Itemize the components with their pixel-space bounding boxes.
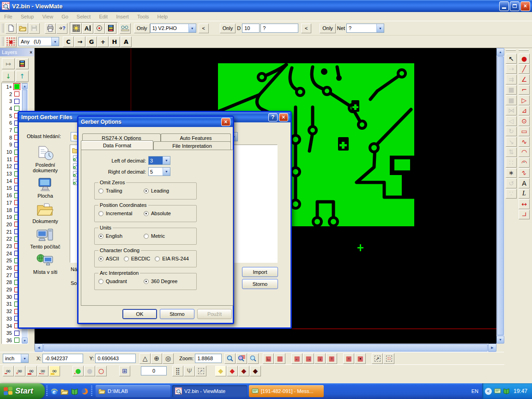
tray-chevron-icon[interactable]: < <box>485 388 492 395</box>
tab-data-format[interactable]: Data Format <box>81 140 153 150</box>
vertical-scrollbar[interactable]: ▲ ▼ <box>496 48 504 344</box>
measure-angle-icon[interactable]: △ <box>139 353 151 364</box>
cancel-button[interactable]: Storno <box>160 309 194 319</box>
tab-file-interpretation[interactable]: File Interpretation <box>153 141 231 150</box>
pan-left-icon[interactable]: ▦← <box>291 353 302 364</box>
layer-select-combo[interactable]: 1) V2.PHO ▼ <box>150 24 196 33</box>
scale-icon[interactable]: ↘ <box>506 137 517 147</box>
transfer-many-icon[interactable]: ⇉ <box>506 74 517 85</box>
radio-incremental[interactable]: Incremental <box>98 211 139 216</box>
window-resize-icon[interactable]: ↗ <box>372 353 383 364</box>
close-icon[interactable]: × <box>221 118 230 126</box>
view-dots-icon[interactable]: ∞•• <box>3 366 14 376</box>
horizontal-scrollbar[interactable]: ◀ ▶ <box>35 344 496 352</box>
layer-film-icon[interactable] <box>16 58 29 69</box>
radio-icon[interactable] <box>98 234 103 239</box>
scroll-up-icon[interactable]: ▲ <box>496 48 504 56</box>
toolbar-grip[interactable] <box>506 49 516 51</box>
draw-rect-icon[interactable]: ▭ <box>519 127 530 137</box>
task-mlab[interactable]: D:\MLAB <box>96 385 170 397</box>
view-lines-icon[interactable]: ∞≡ <box>14 366 25 376</box>
window-select-icon[interactable]: ∷ <box>383 353 394 364</box>
tray-messenger-icon[interactable] <box>494 387 503 395</box>
chevron-down-icon[interactable]: ▼ <box>21 354 28 363</box>
radio-icon[interactable] <box>98 279 103 284</box>
locate-icon[interactable]: ◎ <box>163 353 174 364</box>
zoom-window-icon[interactable] <box>248 353 259 364</box>
menu-insert[interactable]: Insert <box>112 13 133 20</box>
highlight-off-icon[interactable]: ● <box>84 366 95 376</box>
select-arrow-icon[interactable]: → <box>74 36 85 47</box>
toolbar-grip[interactable] <box>1 24 4 33</box>
radio-360-degree[interactable]: 360 Degree <box>144 278 178 284</box>
right-of-decimal-combo[interactable]: 5 ▼ <box>148 167 170 176</box>
array-icon[interactable]: ∷ <box>506 157 517 168</box>
layer-color-swatch[interactable] <box>14 91 19 97</box>
draw-polyline-icon[interactable]: ∠ <box>519 74 530 85</box>
zoom-in-icon[interactable] <box>224 353 236 364</box>
quicklaunch-firefox[interactable] <box>79 386 90 397</box>
minimize-button[interactable] <box>499 1 509 11</box>
dialog-title-bar[interactable]: Gerber Options × <box>79 117 233 127</box>
dimension-icon[interactable]: ↔ <box>519 199 530 209</box>
place-network[interactable]: Místa v síti <box>23 253 68 275</box>
place-documents[interactable]: Dokumenty <box>23 202 68 224</box>
net-select-combo[interactable]: ? ▼ <box>346 24 384 33</box>
view-filled-icon[interactable]: ∞▬ <box>26 366 37 376</box>
radio-trailing[interactable]: Trailing <box>98 188 139 193</box>
layer-down-icon[interactable]: ↓ <box>2 71 15 82</box>
cancel-button[interactable]: Storno <box>242 279 278 289</box>
menu-select[interactable]: Select <box>73 13 95 20</box>
help-icon[interactable]: ? <box>268 113 278 121</box>
menu-go[interactable]: Go <box>57 13 73 20</box>
menu-setup[interactable]: Setup <box>17 13 38 20</box>
layer-shift-icon[interactable]: ↦ <box>2 58 15 69</box>
radio-leading[interactable]: Leading <box>144 188 169 193</box>
chevron-down-icon[interactable]: ▼ <box>163 168 170 175</box>
split-window-icon[interactable]: ⊞ <box>119 366 130 376</box>
draw-angle-arc-icon[interactable]: ▷ <box>519 95 530 105</box>
layer-up-icon[interactable]: ↑ <box>16 71 29 82</box>
flash-mode-icon[interactable]: ◆ <box>215 366 226 376</box>
menu-file[interactable]: File <box>0 13 17 20</box>
import-button[interactable]: Import <box>242 267 278 277</box>
attach-icon[interactable]: ∵ <box>506 189 517 199</box>
select-plus-icon[interactable]: + <box>97 36 109 47</box>
pan-down-icon[interactable]: ▦↓ <box>314 353 326 364</box>
radio-english[interactable]: English <box>98 233 139 239</box>
vertical-scroll-thumb[interactable] <box>497 56 504 335</box>
draw-curve-icon[interactable]: ∿ <box>519 137 530 147</box>
open-icon[interactable] <box>17 23 28 34</box>
transfer-one-icon[interactable]: ⇢ <box>506 64 517 74</box>
probe-icon[interactable]: ○ <box>96 366 107 376</box>
draw-triangle-icon[interactable]: ⊿ <box>519 106 530 116</box>
layer-color-swatch[interactable] <box>14 99 19 104</box>
layer-color-swatch[interactable] <box>14 84 19 89</box>
new-icon[interactable] <box>6 23 17 34</box>
radio-eia-rs-244[interactable]: EIA RS-244 <box>155 256 188 261</box>
quicklaunch-book[interactable] <box>69 386 79 397</box>
pan-up-icon[interactable]: ▦↑ <box>326 353 337 364</box>
tab-auto-features[interactable]: Auto Features <box>161 133 231 142</box>
left-of-decimal-combo[interactable]: 3 ▼ <box>148 156 170 165</box>
task-viewmate[interactable]: V2.bin - ViewMate <box>172 385 247 397</box>
pattern-icon[interactable]: ▪ <box>6 36 17 47</box>
zoom-grid-icon[interactable] <box>236 353 247 364</box>
place-computer[interactable]: Tento počítač <box>23 227 68 249</box>
restore-button[interactable] <box>510 1 520 11</box>
select-h-icon[interactable]: H <box>109 36 120 47</box>
draw-spline-icon[interactable]: ∿ <box>519 168 530 178</box>
close-icon[interactable]: × <box>279 113 288 121</box>
settings-gear-icon[interactable]: ∗ <box>506 168 517 178</box>
layer-color-swatch[interactable] <box>14 331 19 336</box>
step-icon[interactable]: ⇅ <box>506 147 517 157</box>
film-colors-icon[interactable] <box>105 23 116 34</box>
dcode-filter-input[interactable]: ? <box>260 24 298 33</box>
draw-bracket-icon[interactable]: ∟ <box>519 210 530 220</box>
text-a-icon[interactable]: A <box>519 178 530 188</box>
place-desktop[interactable]: Plocha <box>23 176 68 199</box>
toolbar-grip[interactable] <box>1 37 4 46</box>
rotate-icon[interactable]: ↻ <box>506 127 517 137</box>
radio-icon[interactable] <box>124 256 129 261</box>
chevron-down-icon[interactable]: ▼ <box>188 24 196 32</box>
